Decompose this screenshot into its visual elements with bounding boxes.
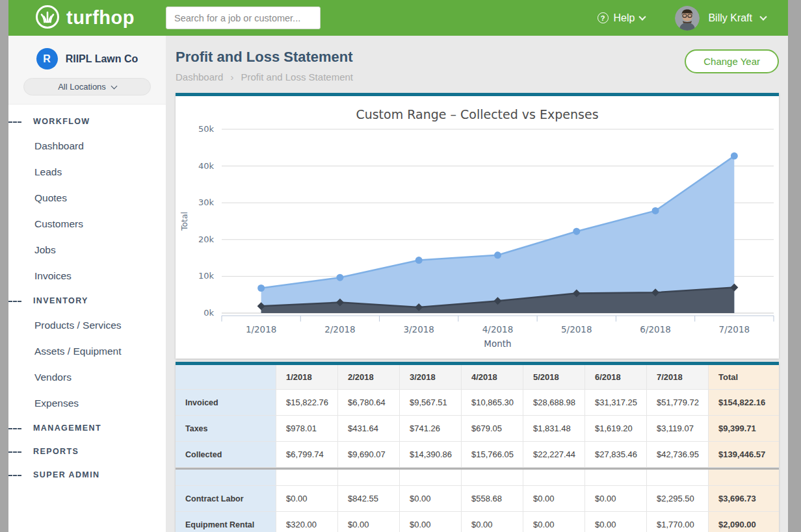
- column-header: Total: [709, 365, 779, 390]
- sidebar-item-customers[interactable]: Customers: [8, 211, 166, 237]
- table-cell: [462, 470, 523, 486]
- table-cell: $2,295.50: [647, 486, 709, 512]
- y-tick-label: 20k: [198, 234, 215, 244]
- table-cell: $0.00: [523, 486, 585, 512]
- sidebar-item-vendors[interactable]: Vendors: [8, 364, 166, 390]
- sidebar-section-label: REPORTS: [33, 447, 79, 456]
- topbar: turfhop ? Help: [8, 0, 788, 36]
- table-header-row: 1/20182/20183/20184/20185/20186/20187/20…: [176, 365, 779, 390]
- collected-point: [257, 285, 265, 292]
- help-menu[interactable]: ? Help: [597, 12, 646, 24]
- table-spacer-row: [176, 470, 779, 486]
- collected-vs-expenses-chart: 0k10k20k30k40k50k1/20182/20183/20184/201…: [176, 121, 779, 350]
- sidebar-section-label: WORKFLOW: [33, 117, 90, 126]
- org-switcher[interactable]: R RIIPL Lawn Co: [8, 36, 166, 70]
- section-dash-icon: [8, 475, 21, 476]
- table-cell: $0.00: [400, 486, 462, 512]
- table-cell: $22,227.44: [523, 442, 585, 468]
- table-cell: $6,799.74: [276, 442, 338, 468]
- table-cell: $10,865.30: [462, 390, 523, 416]
- location-selector-label: All Locations: [58, 82, 106, 92]
- app-logo[interactable]: turfhop: [34, 4, 135, 32]
- collected-point: [652, 207, 659, 214]
- avatar: [675, 6, 700, 31]
- table-cell: $3,119.07: [647, 416, 709, 442]
- x-tick-label: 2/2018: [324, 324, 356, 335]
- sidebar-item-expenses[interactable]: Expenses: [8, 390, 166, 416]
- sidebar-section-reports[interactable]: REPORTS: [8, 440, 166, 463]
- table-cell: $0.00: [276, 486, 338, 512]
- sidebar-section-inventory[interactable]: INVENTORY: [8, 289, 166, 312]
- table-cell: [523, 470, 585, 486]
- collected-point: [415, 257, 423, 264]
- sidebar-item-jobs[interactable]: Jobs: [8, 237, 166, 263]
- change-year-button[interactable]: Change Year: [685, 49, 779, 73]
- sidebar-section-label: INVENTORY: [33, 296, 88, 305]
- sidebar: R RIIPL Lawn Co All Locations WORKFLOWDa…: [8, 36, 166, 532]
- row-total: $154,822.16: [709, 390, 779, 416]
- table-cell: [400, 470, 462, 486]
- table-row-equipment-rental: Equipment Rental$320.00$0.00$0.00$0.00$0…: [176, 512, 779, 532]
- user-menu[interactable]: Billy Kraft: [675, 6, 766, 31]
- page-scrollbar-right[interactable]: [788, 0, 801, 532]
- y-tick-label: 0k: [204, 308, 214, 318]
- sidebar-item-assets-equipment[interactable]: Assets / Equipment: [8, 338, 166, 364]
- pl-table: 1/20182/20183/20184/20185/20186/20187/20…: [176, 365, 779, 532]
- table-cell: $978.01: [276, 416, 338, 442]
- table-row-contract-labor: Contract Labor$0.00$842.55$0.00$558.68$0…: [176, 486, 779, 512]
- search-input[interactable]: [166, 6, 321, 29]
- sidebar-item-products-services[interactable]: Products / Services: [8, 312, 166, 338]
- sidebar-section-label: MANAGEMENT: [33, 424, 101, 433]
- collected-point: [731, 153, 738, 160]
- table-cell: [647, 470, 709, 486]
- column-header: 1/2018: [276, 365, 338, 390]
- table-cell: $14,390.86: [400, 442, 462, 468]
- x-tick-label: 6/2018: [640, 324, 671, 335]
- row-total: $9,399.71: [709, 416, 779, 442]
- column-header: 6/2018: [585, 365, 647, 390]
- collected-point: [573, 228, 580, 235]
- main-content: Profit and Loss Statement Dashboard › Pr…: [166, 36, 788, 532]
- breadcrumb-dashboard[interactable]: Dashboard: [176, 71, 223, 82]
- logo-wordmark: turfhop: [66, 7, 135, 29]
- table-cell: $27,835.46: [585, 442, 647, 468]
- sidebar-section-label: SUPER ADMIN: [33, 470, 99, 479]
- org-name: RIIPL Lawn Co: [66, 53, 138, 65]
- table-cell: $31,317.25: [585, 390, 647, 416]
- location-selector[interactable]: All Locations: [23, 78, 151, 95]
- row-label: Contract Labor: [176, 486, 276, 512]
- help-icon: ?: [597, 12, 609, 23]
- collected-point: [494, 251, 501, 259]
- table-cell: $15,766.05: [462, 442, 523, 468]
- y-tick-label: 30k: [198, 197, 215, 207]
- column-header: 7/2018: [647, 365, 709, 390]
- sidebar-section-super-admin[interactable]: SUPER ADMIN: [8, 463, 166, 487]
- sidebar-section-workflow[interactable]: WORKFLOW: [8, 110, 166, 133]
- x-tick-label: 1/2018: [246, 324, 277, 335]
- page-scrollbar-left[interactable]: [0, 0, 8, 532]
- table-cell: $15,822.76: [276, 390, 338, 416]
- collected-area: [261, 156, 735, 313]
- panel-accent-bar: [176, 93, 779, 96]
- table-cell: $0.00: [585, 512, 647, 532]
- org-section: R RIIPL Lawn Co All Locations: [8, 36, 166, 105]
- table-cell: $1,619.20: [585, 416, 647, 442]
- sidebar-item-leads[interactable]: Leads: [8, 159, 166, 185]
- breadcrumb-separator-icon: ›: [230, 71, 233, 82]
- table-cell: $0.00: [523, 512, 585, 532]
- table-cell: $28,688.98: [523, 390, 585, 416]
- row-total: [709, 470, 779, 486]
- table-cell: $320.00: [276, 512, 338, 532]
- table-cell: $0.00: [585, 486, 647, 512]
- sidebar-section-management[interactable]: MANAGEMENT: [8, 416, 166, 440]
- table-cell: $6,780.64: [338, 390, 400, 416]
- sidebar-item-quotes[interactable]: Quotes: [8, 185, 166, 211]
- column-header: 4/2018: [462, 365, 523, 390]
- table-cell: $1,770.00: [647, 512, 709, 532]
- section-dash-icon: [8, 428, 21, 429]
- table-cell: [338, 470, 400, 486]
- y-tick-label: 40k: [198, 161, 215, 171]
- sidebar-item-dashboard[interactable]: Dashboard: [8, 133, 166, 159]
- sidebar-item-invoices[interactable]: Invoices: [8, 263, 166, 289]
- table-cell: $431.64: [338, 416, 400, 442]
